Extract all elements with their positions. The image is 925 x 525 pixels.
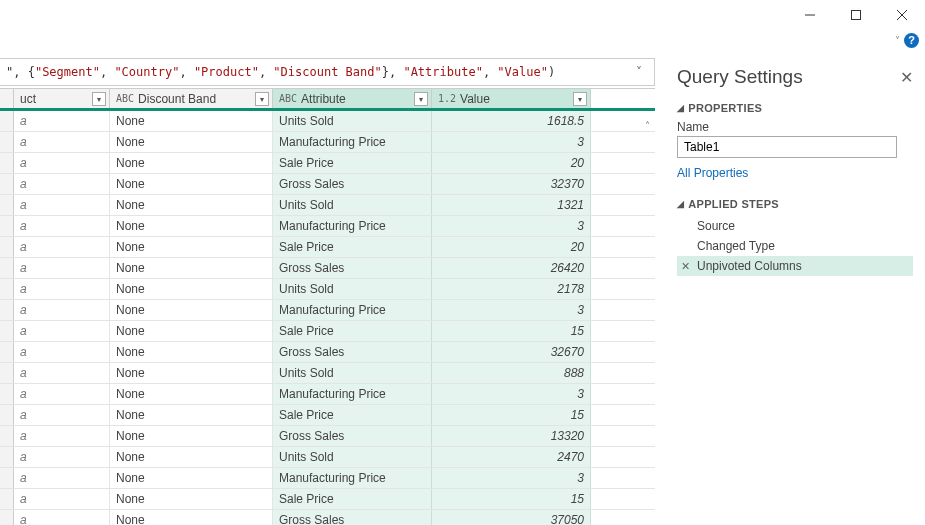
filter-dropdown-icon[interactable]: ▾: [92, 92, 106, 106]
cell-attribute[interactable]: Units Sold: [273, 447, 432, 467]
delete-step-icon[interactable]: ✕: [681, 260, 690, 273]
table-row[interactable]: aNoneManufacturing Price3: [0, 468, 655, 489]
cell-attribute[interactable]: Units Sold: [273, 111, 432, 131]
filter-dropdown-icon[interactable]: ▾: [573, 92, 587, 106]
row-header[interactable]: [0, 132, 14, 152]
properties-section-header[interactable]: ◢ PROPERTIES: [677, 102, 913, 114]
cell-product[interactable]: a: [14, 363, 110, 383]
panel-close-button[interactable]: ✕: [900, 68, 913, 87]
cell-discount-band[interactable]: None: [110, 174, 273, 194]
cell-discount-band[interactable]: None: [110, 384, 273, 404]
table-row[interactable]: aNoneGross Sales13320: [0, 426, 655, 447]
table-row[interactable]: aNoneManufacturing Price3: [0, 132, 655, 153]
cell-discount-band[interactable]: None: [110, 342, 273, 362]
cell-value[interactable]: 15: [432, 321, 591, 341]
applied-step[interactable]: ✕Unpivoted Columns: [677, 256, 913, 276]
cell-discount-band[interactable]: None: [110, 468, 273, 488]
applied-steps-section-header[interactable]: ◢ APPLIED STEPS: [677, 198, 913, 210]
cell-product[interactable]: a: [14, 384, 110, 404]
column-header-attribute[interactable]: ABC Attribute ▾: [273, 89, 432, 108]
minimize-button[interactable]: [787, 0, 833, 30]
cell-value[interactable]: 888: [432, 363, 591, 383]
table-row[interactable]: aNoneManufacturing Price3: [0, 216, 655, 237]
table-row[interactable]: aNoneGross Sales32370: [0, 174, 655, 195]
cell-value[interactable]: 20: [432, 153, 591, 173]
cell-product[interactable]: a: [14, 216, 110, 236]
row-header[interactable]: [0, 363, 14, 383]
cell-value[interactable]: 32670: [432, 342, 591, 362]
applied-step[interactable]: Source: [677, 216, 913, 236]
cell-product[interactable]: a: [14, 132, 110, 152]
cell-value[interactable]: 20: [432, 237, 591, 257]
cell-value[interactable]: 3: [432, 384, 591, 404]
row-header[interactable]: [0, 426, 14, 446]
cell-discount-band[interactable]: None: [110, 132, 273, 152]
cell-discount-band[interactable]: None: [110, 216, 273, 236]
cell-discount-band[interactable]: None: [110, 111, 273, 131]
cell-attribute[interactable]: Units Sold: [273, 195, 432, 215]
cell-product[interactable]: a: [14, 153, 110, 173]
cell-discount-band[interactable]: None: [110, 279, 273, 299]
cell-product[interactable]: a: [14, 405, 110, 425]
table-row[interactable]: aNoneUnits Sold888: [0, 363, 655, 384]
cell-attribute[interactable]: Gross Sales: [273, 174, 432, 194]
cell-product[interactable]: a: [14, 258, 110, 278]
cell-value[interactable]: 3: [432, 216, 591, 236]
row-header[interactable]: [0, 237, 14, 257]
cell-value[interactable]: 37050: [432, 510, 591, 525]
row-header[interactable]: [0, 258, 14, 278]
cell-discount-band[interactable]: None: [110, 363, 273, 383]
row-header[interactable]: [0, 321, 14, 341]
table-row[interactable]: aNoneManufacturing Price3: [0, 384, 655, 405]
cell-value[interactable]: 3: [432, 468, 591, 488]
cell-attribute[interactable]: Sale Price: [273, 489, 432, 509]
cell-attribute[interactable]: Units Sold: [273, 363, 432, 383]
row-header[interactable]: [0, 489, 14, 509]
formula-bar[interactable]: ", {"Segment", "Country", "Product", "Di…: [0, 58, 655, 86]
scroll-up-icon[interactable]: ˄: [645, 120, 650, 131]
cell-attribute[interactable]: Gross Sales: [273, 426, 432, 446]
cell-product[interactable]: a: [14, 342, 110, 362]
row-header[interactable]: [0, 174, 14, 194]
ribbon-chevron-icon[interactable]: ˅: [895, 35, 900, 46]
cell-product[interactable]: a: [14, 174, 110, 194]
column-header-discount-band[interactable]: ABC Discount Band ▾: [110, 89, 273, 108]
filter-dropdown-icon[interactable]: ▾: [255, 92, 269, 106]
table-row[interactable]: aNoneGross Sales26420: [0, 258, 655, 279]
cell-attribute[interactable]: Manufacturing Price: [273, 300, 432, 320]
cell-discount-band[interactable]: None: [110, 153, 273, 173]
cell-product[interactable]: a: [14, 321, 110, 341]
all-properties-link[interactable]: All Properties: [677, 166, 748, 180]
row-header[interactable]: [0, 216, 14, 236]
cell-attribute[interactable]: Manufacturing Price: [273, 132, 432, 152]
filter-dropdown-icon[interactable]: ▾: [414, 92, 428, 106]
table-row[interactable]: aNoneGross Sales32670: [0, 342, 655, 363]
row-header[interactable]: [0, 300, 14, 320]
cell-attribute[interactable]: Sale Price: [273, 321, 432, 341]
cell-discount-band[interactable]: None: [110, 321, 273, 341]
applied-step[interactable]: Changed Type: [677, 236, 913, 256]
cell-attribute[interactable]: Manufacturing Price: [273, 216, 432, 236]
cell-discount-band[interactable]: None: [110, 447, 273, 467]
cell-value[interactable]: 32370: [432, 174, 591, 194]
cell-product[interactable]: a: [14, 237, 110, 257]
cell-value[interactable]: 15: [432, 405, 591, 425]
cell-discount-band[interactable]: None: [110, 195, 273, 215]
cell-product[interactable]: a: [14, 468, 110, 488]
cell-discount-band[interactable]: None: [110, 300, 273, 320]
cell-attribute[interactable]: Manufacturing Price: [273, 384, 432, 404]
row-header[interactable]: [0, 384, 14, 404]
cell-discount-band[interactable]: None: [110, 510, 273, 525]
table-row[interactable]: aNoneGross Sales37050: [0, 510, 655, 525]
cell-product[interactable]: a: [14, 426, 110, 446]
cell-value[interactable]: 15: [432, 489, 591, 509]
cell-attribute[interactable]: Manufacturing Price: [273, 468, 432, 488]
table-row[interactable]: aNoneUnits Sold1321: [0, 195, 655, 216]
cell-product[interactable]: a: [14, 195, 110, 215]
row-header[interactable]: [0, 447, 14, 467]
cell-attribute[interactable]: Units Sold: [273, 279, 432, 299]
query-name-input[interactable]: [677, 136, 897, 158]
cell-discount-band[interactable]: None: [110, 237, 273, 257]
table-row[interactable]: aNoneSale Price15: [0, 405, 655, 426]
row-header[interactable]: [0, 195, 14, 215]
